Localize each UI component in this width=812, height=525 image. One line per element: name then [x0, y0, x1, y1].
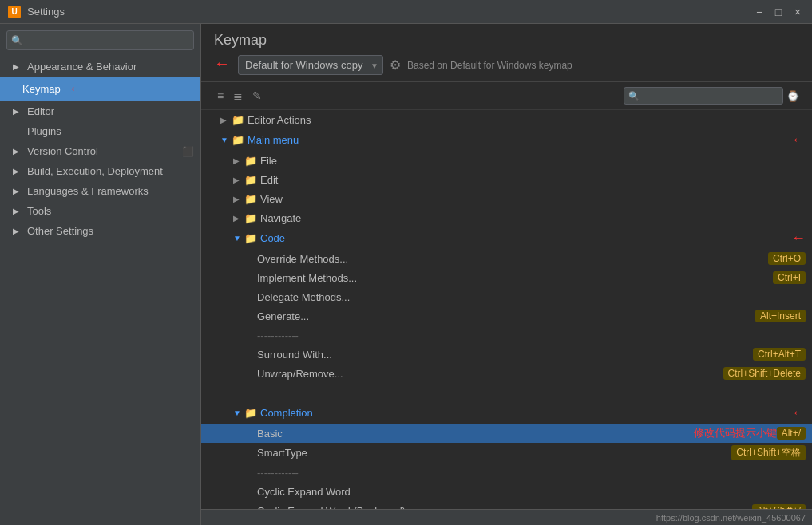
tree-item-label: Override Methods...	[257, 253, 768, 265]
sidebar-item-appearance[interactable]: ▶ Appearance & Behavior	[0, 57, 200, 77]
tree-item-label: Editor Actions	[248, 114, 806, 126]
tree-item-label: SmartType	[257, 447, 731, 459]
keymap-dropdown-wrapper: Default for Windows copy ▼	[238, 55, 383, 75]
annotation-arrow: ←	[69, 81, 83, 97]
sidebar-item-label: Build, Execution, Deployment	[27, 165, 163, 177]
tree-item-label: View	[260, 193, 806, 205]
tree-item-smarttype[interactable]: ▶ SmartType Ctrl+Shift+空格	[201, 443, 812, 463]
sidebar-item-languages[interactable]: ▶ Languages & Frameworks	[0, 181, 200, 201]
tree-arrow: ▶	[233, 156, 244, 165]
tree-arrow: ▶	[233, 195, 244, 203]
tree-item-navigate[interactable]: ▶ 📁 Navigate	[201, 208, 812, 227]
tree-item-delegate-methods[interactable]: ▶ Delegate Methods...	[201, 287, 812, 306]
shortcut-badge: Alt+Insert	[755, 310, 806, 322]
tree-item-code[interactable]: ▼ 📁 Code ←	[201, 227, 812, 249]
tree-item-label: Delegate Methods...	[257, 291, 806, 303]
tree-item-generate[interactable]: ▶ Generate... Alt+Insert	[201, 306, 812, 326]
search-history-icon[interactable]: ⌚	[786, 90, 799, 102]
collapse-arrow: ▶	[13, 167, 22, 176]
shortcut-badge: Alt+Shift+/	[752, 504, 806, 509]
sidebar-item-build[interactable]: ▶ Build, Execution, Deployment	[0, 161, 200, 181]
sidebar-item-version-control[interactable]: ▶ Version Control ⬛	[0, 141, 200, 161]
tree-item-label: Basic	[257, 428, 678, 440]
separator: ------------	[257, 467, 806, 479]
tree-item-label: File	[260, 155, 806, 167]
tree-item-unwrap[interactable]: ▶ Unwrap/Remove... Ctrl+Shift+Delete	[201, 364, 812, 383]
tree-content: ▶ 📁 Editor Actions ▼ 📁 Main menu ← ▶ 📁 F…	[201, 110, 812, 509]
toolbar-search-input[interactable]	[624, 87, 783, 105]
collapse-arrow: ▶	[13, 62, 22, 71]
sidebar-search-icon: 🔍	[11, 35, 23, 46]
sidebar-item-keymap[interactable]: Keymap ←	[0, 77, 200, 101]
tree-arrow: ▼	[220, 136, 232, 144]
keymap-header: Keymap → Default for Windows copy ▼ ⚙ Ba…	[201, 24, 812, 82]
folder-icon: 📁	[244, 407, 257, 419]
chinese-note: 修改代码提示小键	[694, 426, 777, 440]
tree-item-surround-with[interactable]: ▶ Surround With... Ctrl+Alt+T	[201, 345, 812, 364]
close-button[interactable]: ×	[791, 6, 804, 18]
tree-item-label: Edit	[260, 174, 806, 186]
sidebar-item-editor[interactable]: ▶ Editor	[0, 101, 200, 121]
sidebar-item-label: Tools	[27, 205, 51, 217]
tree-arrow: ▶	[233, 176, 244, 184]
sidebar-item-label: Plugins	[27, 125, 61, 137]
keymap-toolbar: ≡ ≣ ✎ 🔍 ⌚	[201, 82, 812, 110]
separator: ------------	[257, 330, 806, 341]
collapse-arrow: ▶	[13, 187, 22, 195]
tree-empty-row	[201, 383, 812, 402]
maximize-button[interactable]: □	[772, 6, 785, 18]
keymap-title: Keymap	[214, 32, 799, 49]
shortcut-badge: Ctrl+I	[773, 271, 806, 284]
sidebar-item-label: Languages & Frameworks	[27, 185, 149, 197]
window-title: Settings	[27, 6, 65, 18]
tree-item-completion[interactable]: ▼ 📁 Completion ←	[201, 402, 812, 424]
tree-item-file[interactable]: ▶ 📁 File	[201, 151, 812, 170]
sidebar-search-input[interactable]	[6, 30, 194, 50]
shortcut-badge: Ctrl+O	[768, 252, 806, 265]
collapse-arrow: ▶	[13, 147, 22, 156]
keymap-based-on: Based on Default for Windows keymap	[407, 60, 572, 71]
sidebar-search-box: 🔍	[0, 24, 200, 57]
tree-item-main-menu[interactable]: ▼ 📁 Main menu ←	[201, 129, 812, 151]
tree-item-basic[interactable]: ▶ Basic 修改代码提示小键 Alt+/	[201, 424, 812, 443]
tree-item-label: Cyclic Expand Word	[257, 486, 806, 498]
sidebar-item-label: Appearance & Behavior	[27, 61, 137, 73]
toolbar-btn-1[interactable]: ≡	[214, 88, 227, 104]
vcs-icon: ⬛	[182, 146, 194, 157]
tree-item-label: Code	[260, 232, 788, 244]
sidebar-item-plugins[interactable]: ▶ Plugins	[0, 121, 200, 141]
tree-item-label: Unwrap/Remove...	[257, 368, 723, 380]
minimize-button[interactable]: −	[753, 6, 766, 18]
sidebar-tree: ▶ Appearance & Behavior Keymap ← ▶ Edito…	[0, 57, 200, 525]
gear-icon[interactable]: ⚙	[390, 57, 401, 73]
tree-item-cyclic-expand-back[interactable]: ▶ Cyclic Expand Word (Backward) Alt+Shif…	[201, 501, 812, 509]
toolbar-search-area: 🔍 ⌚	[624, 87, 799, 105]
tree-item-editor-actions[interactable]: ▶ 📁 Editor Actions	[201, 110, 812, 129]
sidebar: 🔍 ▶ Appearance & Behavior Keymap ← ▶ Edi…	[0, 24, 201, 525]
toolbar-btn-3[interactable]: ✎	[249, 88, 265, 104]
tree-item-override-methods[interactable]: ▶ Override Methods... Ctrl+O	[201, 249, 812, 268]
window-controls: − □ ×	[753, 6, 804, 18]
tree-item-label: Implement Methods...	[257, 272, 773, 284]
main-menu-annotation: ←	[791, 132, 806, 148]
sidebar-item-tools[interactable]: ▶ Tools	[0, 201, 200, 221]
sidebar-item-label: Other Settings	[27, 225, 93, 237]
shortcut-badge: Ctrl+Shift+空格	[731, 445, 806, 460]
tree-item-cyclic-expand[interactable]: ▶ Cyclic Expand Word	[201, 482, 812, 501]
tree-item-sep3: ▶ ------------	[201, 463, 812, 482]
tree-arrow: ▼	[233, 409, 244, 417]
dropdown-annotation-arrow: →	[214, 56, 230, 74]
folder-icon: 📁	[244, 232, 257, 244]
shortcut-badge: Alt+/	[777, 427, 806, 440]
shortcut-badge: Ctrl+Shift+Delete	[723, 367, 806, 380]
toolbar-search-icon: 🔍	[628, 91, 640, 101]
sidebar-item-other-settings[interactable]: ▶ Other Settings	[0, 221, 200, 241]
tree-item-label: Navigate	[260, 212, 806, 224]
tree-item-view[interactable]: ▶ 📁 View	[201, 189, 812, 208]
tree-item-implement-methods[interactable]: ▶ Implement Methods... Ctrl+I	[201, 268, 812, 287]
folder-icon: 📁	[244, 212, 257, 224]
tree-item-edit[interactable]: ▶ 📁 Edit	[201, 170, 812, 189]
toolbar-btn-2[interactable]: ≣	[230, 88, 246, 104]
keymap-dropdown[interactable]: Default for Windows copy	[238, 55, 383, 75]
sidebar-item-label: Keymap	[22, 83, 61, 95]
